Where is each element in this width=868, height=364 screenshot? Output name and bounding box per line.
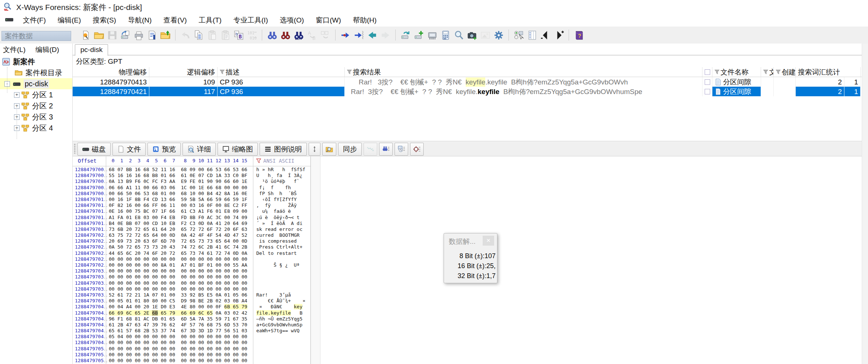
mode-tab-磁盘[interactable]: 磁盘 — [77, 143, 111, 156]
cell-type[interactable] — [761, 87, 774, 96]
cell-filename[interactable]: 分区间隙 — [712, 87, 761, 96]
menu-item-7[interactable]: 选项(O) — [274, 14, 310, 27]
mode-tab-预览[interactable]: 预览 — [147, 143, 181, 156]
edit-log-icon[interactable] — [146, 29, 158, 41]
hex-bytes[interactable]: 0E 16 00 75 BC 07 1F 66 61 C3 A1 F6 01 E… — [109, 208, 247, 214]
cell-logical-offset[interactable]: 117 — [149, 87, 218, 96]
convert-bB-icon[interactable]: bB — [232, 29, 245, 41]
hex-ascii[interactable]: ¤ ÐãN€ key — [256, 304, 302, 310]
hex-row-23[interactable]: 128847970400 04 A4 00 20 1E D0 E3 4E 80 … — [73, 304, 310, 310]
hex-bytes[interactable]: 20 69 73 20 63 6F 6D 70 72 65 73 73 65 6… — [109, 238, 247, 244]
explore-mode[interactable] — [322, 143, 336, 156]
hex-row-19[interactable]: 128847970300 00 00 00 00 00 00 00 00 00 … — [73, 280, 310, 286]
hex-editor[interactable]: Offset 0 1 2 3 4 5 6 7 8 9 10 11 12 13 1… — [73, 156, 311, 364]
hex-bytes[interactable]: 55 16 16 16 68 B8 01 66 61 0E 07 CD 1A 3… — [109, 173, 247, 178]
hex-row-26[interactable]: 128847970461 2B 47 63 47 39 76 62 4F 57 … — [73, 322, 310, 328]
hex-ascii[interactable]: h » hR h fSfSf — [256, 167, 305, 173]
open-disk-icon[interactable] — [399, 29, 412, 41]
menu-item-8[interactable]: 窗口(W) — [310, 14, 347, 27]
hex-row-27[interactable]: 128847970465 61 57 68 2B 53 37 74 67 3D … — [73, 328, 310, 334]
print-icon[interactable] — [132, 29, 145, 41]
new-case-icon[interactable] — [79, 29, 92, 41]
hex-scrollbar[interactable] — [311, 156, 320, 364]
copy-icon[interactable] — [192, 29, 205, 41]
hex-row-0[interactable]: 128847970068 07 BB 16 68 52 11 16 68 09 … — [73, 167, 310, 173]
cell-term-stat[interactable]: 1 — [844, 77, 861, 87]
hex-bytes[interactable]: 65 61 57 68 2B 53 37 74 67 3D 3D 1D 77 5… — [109, 328, 247, 334]
cell-term-stat[interactable]: 1 — [844, 87, 861, 96]
tree-item-pc-disk[interactable]: -pc-disk — [0, 78, 72, 89]
hex-bytes[interactable]: 00 00 00 00 00 00 00 00 00 00 00 00 00 0… — [109, 280, 247, 286]
hex-ascii[interactable]: fP Sh h ´BŠ — [256, 191, 297, 197]
hex-ascii[interactable]: €€ ÅÙ˜¾+ ¤ — [256, 298, 305, 304]
hex-bytes[interactable]: 00 00 00 00 00 00 8A 01 A7 01 BF 01 00 0… — [109, 262, 247, 268]
hex-ascii[interactable]: eaWh+S7tg== wVQ — [256, 328, 299, 334]
hex-ascii[interactable]: Š § ¿ Uª — [256, 262, 299, 268]
tree-item-分区 1[interactable]: +分区 1 — [0, 89, 72, 100]
hex-row-10[interactable]: 128847970173 6B 20 72 65 61 64 20 65 72 … — [73, 226, 310, 232]
hex-bytes[interactable]: 06 66 A1 11 00 66 03 06 1C 00 1E 66 68 0… — [109, 185, 247, 191]
hex-row-1[interactable]: 128847970055 16 16 16 68 B8 01 66 61 0E … — [73, 173, 310, 178]
hex-bytes[interactable]: 66 69 6C 65 2E 6B 65 79 66 69 6C 65 0A 0… — [109, 310, 247, 316]
tree-item-新案件[interactable]: 新案件 — [0, 56, 72, 67]
hex-bytes[interactable]: 00 00 00 00 00 00 00 00 00 00 00 00 00 0… — [109, 346, 247, 352]
hex-bytes[interactable]: 96 F1 68 81 AC DB 01 65 6D 5A 7A 35 59 7… — [109, 316, 247, 322]
find-again-icon[interactable] — [279, 29, 292, 41]
hex-ascii[interactable]: ¹ö üóªéþ f` — [256, 178, 299, 184]
hex-ascii[interactable]: ¡ú è ôëý‹ð¬< t — [256, 215, 299, 221]
hex-row-15[interactable]: 128847970200 00 00 00 00 00 00 00 00 00 … — [73, 256, 310, 262]
hex-bytes[interactable]: 44 65 6C 20 74 6F 20 72 65 73 74 61 72 7… — [109, 250, 247, 256]
menu-item-9[interactable]: 帮助(H) — [347, 14, 382, 27]
row-checkbox[interactable] — [705, 89, 710, 94]
next-item-icon[interactable] — [552, 29, 565, 41]
header-col-filename[interactable]: 文件名称 — [712, 67, 761, 77]
hex-bytes[interactable]: 00 00 00 00 00 00 00 00 00 00 00 00 00 0… — [109, 256, 247, 262]
header-col-created[interactable]: 创建 — [774, 67, 796, 77]
hex-row-18[interactable]: 128847970300 00 00 00 00 00 00 00 00 00 … — [73, 274, 310, 280]
hex-row-30[interactable]: 128847970500 00 00 00 00 00 00 00 00 00 … — [73, 346, 310, 352]
menu-item-0[interactable]: 文件(F) — [17, 14, 52, 27]
search-hits-list[interactable] — [379, 143, 393, 156]
hex-row-7[interactable]: 12884797010E 16 00 75 BC 07 1F 66 61 C3 … — [73, 208, 310, 214]
hex-row-16[interactable]: 128847970200 00 00 00 00 00 8A 01 A7 01 … — [73, 262, 310, 268]
sync-button[interactable]: 同步 — [338, 143, 362, 156]
table-row-0[interactable]: 128847970413109CP 936 Rar! 3按? €€ 刨楲+ ? … — [73, 77, 862, 87]
hex-row-3[interactable]: 128847970006 66 A1 11 00 66 03 06 1C 00 … — [73, 185, 310, 191]
tree-item-分区 4[interactable]: +分区 4 — [0, 122, 72, 134]
hex-bytes[interactable]: 0F 82 16 00 66 FF 06 11 00 03 16 0F 00 8… — [109, 202, 247, 208]
hex-row-4[interactable]: 128847970000 66 50 06 53 68 01 00 68 10 … — [73, 191, 310, 197]
prev-item-icon[interactable] — [539, 29, 552, 41]
goto-end-icon[interactable] — [353, 29, 365, 41]
header-col-desc[interactable]: 描述 — [218, 67, 345, 77]
hex-bytes[interactable]: 00 00 00 00 00 00 00 00 00 00 00 00 00 0… — [109, 352, 247, 358]
hex-ascii[interactable]: Rar! 3’µå — [256, 292, 291, 298]
ram-icon[interactable] — [426, 29, 438, 41]
cell-description[interactable]: CP 936 — [218, 77, 345, 87]
header-col-term-stats[interactable]: 搜索词汇统计 — [796, 67, 861, 77]
folder-up-icon[interactable] — [159, 29, 171, 41]
hex-row-6[interactable]: 12884797010F 82 16 00 66 FF 06 11 00 03 … — [73, 202, 310, 208]
hex-bytes[interactable]: 00 04 A4 00 20 1E D0 E3 4E 80 00 00 0F 6… — [109, 304, 247, 310]
menu-item-1[interactable]: 编辑(E) — [52, 14, 87, 27]
hex-bytes[interactable]: 00 00 00 00 00 00 00 00 00 00 00 00 00 0… — [109, 268, 247, 274]
hex-bytes[interactable]: 63 75 72 72 65 64 00 0D 0A 42 4F 4F 54 4… — [109, 232, 247, 238]
cell-search-result[interactable]: Rar! 3按? €€ 刨楲+ ? ? 秀N€ keyfile.keyfile … — [345, 87, 702, 96]
hex-ascii[interactable]: –ñh ¬Û emZz5Yqg5 — [256, 316, 302, 322]
hex-row-22[interactable]: 128847970300 05 01 01 80 80 00 C5 D9 98 … — [73, 298, 310, 304]
calculator-icon[interactable] — [439, 29, 452, 41]
hex-row-14[interactable]: 128847970244 65 6C 20 74 6F 20 72 65 73 … — [73, 250, 310, 256]
close-icon[interactable]: × — [483, 236, 494, 246]
hex-ascii[interactable]: , fÿ ŽÂÿ — [256, 202, 297, 208]
child-window-disk-icon[interactable] — [4, 17, 14, 23]
hex-ascii[interactable]: Del to restart — [256, 250, 297, 256]
find-text-icon[interactable] — [266, 29, 278, 41]
menu-item-4[interactable]: 查看(V) — [157, 14, 192, 27]
mode-tab-缩略图[interactable]: 缩略图 — [218, 143, 258, 156]
cell-created[interactable] — [774, 77, 796, 87]
hex-bytes[interactable]: 00 00 00 00 00 00 00 00 00 00 00 00 00 0… — [109, 358, 247, 364]
sidebar-menu-file[interactable]: 文件(L) — [3, 45, 25, 55]
cell-type[interactable] — [761, 77, 774, 87]
mode-tab-详细[interactable]: 详细 — [183, 143, 216, 156]
tree-item-案件根目录[interactable]: 案件根目录 — [0, 67, 72, 78]
hex-row-20[interactable]: 128847970300 00 00 00 00 00 00 00 00 00 … — [73, 286, 310, 292]
